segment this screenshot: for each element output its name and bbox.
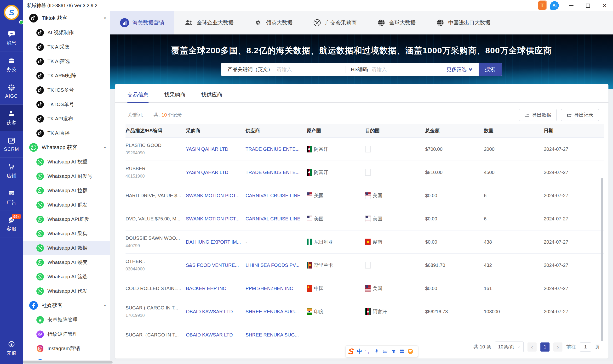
skin-icon[interactable] <box>391 349 396 354</box>
rail-item-scrm[interactable]: SCRM <box>0 131 23 158</box>
table-row[interactable]: SUGAR（CARGO IN T...OBAID KAWSAR LTDSHREE… <box>125 323 604 341</box>
minimize-button[interactable] <box>563 0 579 11</box>
sidebar-item[interactable]: TK AI直播 <box>23 126 110 140</box>
supplier-link[interactable]: TRADE GENIUS ENTE... <box>245 170 300 175</box>
supplier-link[interactable]: SHREE RENUKA SUG... <box>245 309 299 314</box>
mic-icon[interactable] <box>374 349 380 354</box>
goto-page-input[interactable] <box>580 342 591 351</box>
sidebar-item[interactable]: TK ARM矩阵 <box>23 68 110 83</box>
rail-item-ads[interactable]: ADS广告 <box>0 184 23 211</box>
sidebar-group-social[interactable]: 社媒获客▾ <box>23 298 110 312</box>
keyboard-icon[interactable] <box>382 349 388 354</box>
sidebar-item[interactable]: Instagram营销 <box>23 341 110 356</box>
app-logo[interactable]: S <box>0 0 23 25</box>
rail-item-aigc[interactable]: AIAIGC <box>0 78 23 104</box>
nav-tab[interactable]: 全球大数据 <box>367 11 426 34</box>
supplier-link[interactable]: CARNIVAL CRUISE LINE <box>245 216 300 221</box>
table-row[interactable]: COLD ROLLED STAINL...BACKER EHP INCPPM S… <box>125 277 604 300</box>
rail-item-recharge[interactable]: 充值 <box>0 337 23 360</box>
sidebar-item[interactable]: Whatsapp AI 数据 <box>23 241 110 255</box>
sidebar-item[interactable]: TK AI采集 <box>23 40 110 54</box>
buyer-link[interactable]: DAI HUNG EXPORT IM... <box>186 239 241 245</box>
nav-tab[interactable]: 海关数据营销 <box>110 11 174 34</box>
sidebar-item[interactable]: Whatsapp AI 裂变 <box>23 255 110 270</box>
sidebar-item[interactable]: Whatsapp AI 采集 <box>23 226 110 241</box>
prev-page-button[interactable]: ‹ <box>528 342 537 351</box>
sogou-logo[interactable]: S <box>348 347 354 355</box>
sidebar-group-whatsapp[interactable]: Whatsapp 获客▾ <box>23 140 110 155</box>
sidebar-item[interactable]: Whatsapp AI 代发 <box>23 284 110 298</box>
buyer-link[interactable]: YASIN QAHAR LTD <box>186 146 228 152</box>
current-page-button[interactable]: 1 <box>540 342 549 351</box>
rail-item-office[interactable]: 办公 <box>0 52 23 78</box>
next-page-button[interactable]: › <box>553 342 562 351</box>
sidebar-item[interactable]: Whatsapp API群发 <box>23 212 110 226</box>
chevron-down-icon[interactable]: ▾ <box>104 16 106 20</box>
sidebar-item[interactable]: TK AI筛选 <box>23 54 110 68</box>
vertical-scrollbar[interactable] <box>601 178 603 341</box>
sidebar-item[interactable]: 指纹矩阵管理 <box>23 327 110 341</box>
nav-tab[interactable]: 全球企业大数据 <box>174 11 244 34</box>
rail-item-service[interactable]: AI客服99+ <box>0 211 23 237</box>
rail-item-message[interactable]: 消息 <box>0 25 23 52</box>
buyer-link[interactable]: S&S FOOD VENTURE... <box>186 262 239 268</box>
chinese-mode-icon[interactable]: 中 <box>357 348 362 355</box>
sidebar-item[interactable]: Whatsapp AI 耐发号 <box>23 169 110 183</box>
supplier-link[interactable]: SHREE RENUKA SUG... <box>245 332 299 338</box>
table-row[interactable]: OTHER,.03044900S&S FOOD VENTURE...LIHINI… <box>125 254 604 277</box>
more-filters-button[interactable]: 更多筛选 <box>440 66 479 73</box>
hs-code-input[interactable] <box>371 66 438 73</box>
sidebar-item[interactable]: 安卓矩阵管理 <box>23 312 110 327</box>
close-button[interactable]: × <box>596 0 613 11</box>
sidebar-item[interactable]: TK API发布 <box>23 112 110 126</box>
sidebar-item[interactable]: TK IOS单号 <box>23 97 110 112</box>
sidebar-item[interactable]: AI 视频制作 <box>23 25 110 40</box>
table-row[interactable]: SUGAR ( CARGO IN T...17019910OBAID KAWSA… <box>125 300 604 323</box>
table-row[interactable]: RUBBER40151900YASIN QAHAR LTDTRADE GENIU… <box>125 161 604 184</box>
supplier-cell: - <box>245 239 307 245</box>
supplier-link[interactable]: CARNIVAL CRUISE LINE <box>245 193 300 198</box>
horizontal-scrollbar[interactable] <box>23 361 113 364</box>
apps-grid-icon[interactable] <box>399 349 405 354</box>
sidebar-item[interactable]: Whatsapp AI 筛选 <box>23 270 110 284</box>
buyer-link[interactable]: OBAID KAWSAR LTD <box>186 309 233 314</box>
supplier-link[interactable]: LIHINI SEA FOODS PV... <box>245 262 300 268</box>
sidebar-item[interactable]: TK IOS多号 <box>23 83 110 97</box>
keyword-input[interactable] <box>276 66 343 73</box>
buyer-link[interactable]: SWANK MOTION PICT... <box>186 193 240 198</box>
sidebar-item[interactable]: Whatsapp AI 权重 <box>23 155 110 169</box>
search-button[interactable]: 搜索 <box>479 63 502 76</box>
nav-tab[interactable]: 领英大数据 <box>244 11 302 34</box>
tab-找采购商[interactable]: 找采购商 <box>164 91 185 103</box>
table-row[interactable]: DVD, VALUE $75.00, M...SWANK MOTION PICT… <box>125 207 604 231</box>
page-size-select[interactable]: 10条/页 <box>495 341 524 352</box>
sidebar-item[interactable]: Whatsapp AI 群发 <box>23 198 110 212</box>
sidebar-group-tiktok[interactable]: Tiktok 获客▾ <box>23 11 110 25</box>
table-row[interactable]: HARD DRIVE, VALUE $...SWANK MOTION PICT.… <box>125 184 604 207</box>
buyer-link[interactable]: YASIN QAHAR LTD <box>186 170 228 175</box>
emoji-icon[interactable] <box>408 349 413 354</box>
sidebar-item[interactable]: Facebook 营销 <box>23 356 110 360</box>
buyer-link[interactable]: BACKER EHP INC <box>186 286 226 291</box>
rail-item-shop[interactable]: 店铺 <box>0 158 23 184</box>
supplier-link[interactable]: PPM SHENZHEN INC <box>245 286 293 291</box>
nav-tab[interactable]: 中国进出口大数据 <box>426 11 500 34</box>
table-row[interactable]: DOUSSIE SAWN WOO...440799DAI HUNG EXPORT… <box>125 231 604 254</box>
chevron-down-icon[interactable]: ▾ <box>104 145 106 150</box>
chevron-down-icon[interactable]: ▾ <box>104 303 106 308</box>
export-data-button[interactable]: 导出数据 <box>519 109 557 121</box>
translate-icon[interactable]: T <box>538 1 546 10</box>
tab-找供应商[interactable]: 找供应商 <box>201 91 222 103</box>
table-row[interactable]: PLASTIC GOOD39264090YASIN QAHAR LTDTRADE… <box>125 138 604 161</box>
buyer-link[interactable]: SWANK MOTION PICT... <box>186 216 240 221</box>
export-log-button[interactable]: 导出记录 <box>561 109 599 121</box>
ai-chat-icon[interactable]: Ai <box>550 1 559 10</box>
rail-item-customer[interactable]: 获客 <box>0 104 23 131</box>
sidebar-item[interactable]: Whatsapp AI 拉群 <box>23 183 110 198</box>
buyer-link[interactable]: OBAID KAWSAR LTD <box>186 332 233 338</box>
maximize-button[interactable] <box>579 0 596 11</box>
punctuation-icon[interactable]: '， <box>365 348 371 355</box>
tab-交易信息[interactable]: 交易信息 <box>127 91 149 103</box>
nav-tab[interactable]: 广交会采购商 <box>302 11 367 34</box>
supplier-link[interactable]: TRADE GENIUS ENTE... <box>245 146 300 152</box>
